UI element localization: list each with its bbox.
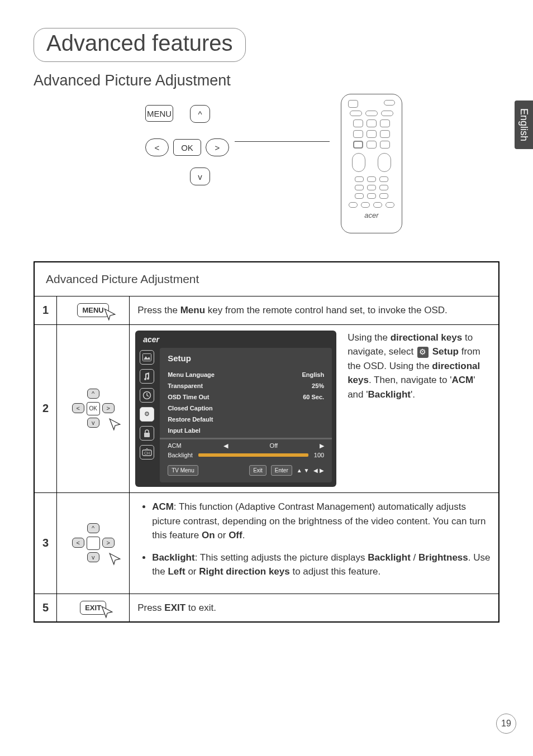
cursor-icon <box>108 417 122 434</box>
left-button[interactable]: < <box>145 138 169 156</box>
osd-title: Setup <box>168 352 324 365</box>
osd-brand: acer <box>140 334 332 348</box>
step-icon-cell: EXIT <box>57 594 130 622</box>
left-arrow-icon: < <box>72 403 84 413</box>
step-icon-cell: MENU <box>57 296 130 325</box>
ok-mini-icon <box>87 537 100 550</box>
right-button[interactable]: > <box>206 138 229 156</box>
steps-table: Advanced Picture Adjustment 1 MENU Press… <box>34 261 499 623</box>
dpad-mini-icon: ^ v < > <box>71 521 116 566</box>
page-title: Advanced features <box>46 31 233 55</box>
osd-item[interactable]: Input Label <box>168 425 324 436</box>
page-title-pill: Advanced features <box>34 28 246 62</box>
step-icon-cell: ^ v < > <box>57 493 130 594</box>
left-arrow-icon: < <box>72 538 84 548</box>
step-instruction: acer ⚙ CH Setup <box>130 324 499 493</box>
remote-diagram: MENU ^ < OK > v acer <box>117 99 499 250</box>
remote-brand: acer <box>348 211 395 219</box>
step-number: 2 <box>34 324 57 493</box>
audio-tab-icon[interactable] <box>140 369 154 384</box>
osd-nav-hints: TV Menu Exit Enter ▲ ▼ ◀ ▶ <box>168 465 324 476</box>
step-instruction: Press EXIT to exit. <box>130 594 499 622</box>
down-arrow-icon: v <box>87 418 99 428</box>
gear-icon: ⚙ <box>417 347 429 358</box>
right-arrow-icon: > <box>102 538 115 548</box>
step-number: 1 <box>34 296 57 325</box>
ok-button[interactable]: OK <box>173 139 201 156</box>
setup-tab-icon[interactable]: ⚙ <box>140 407 154 422</box>
osd-item[interactable]: Transparent25% <box>168 380 324 391</box>
right-caret-icon[interactable]: ▶ <box>320 441 324 451</box>
cursor-icon <box>103 307 117 323</box>
cursor-icon <box>100 605 115 621</box>
svg-rect-0 <box>143 353 151 361</box>
osd-item[interactable]: OSD Time Out60 Sec. <box>168 391 324 403</box>
step-icon-cell: ^ v < > OK <box>57 324 130 493</box>
table-row: 2 ^ v < > OK acer <box>34 324 499 493</box>
osd-item[interactable]: Restore Default <box>168 414 324 425</box>
step-instruction: ACM: This function (Adaptive Contrast Ma… <box>130 493 499 594</box>
remote-outline: acer <box>341 94 402 233</box>
table-header: Advanced Picture Adjustment <box>34 262 499 296</box>
backlight-slider[interactable] <box>198 453 308 457</box>
table-header-row: Advanced Picture Adjustment <box>34 262 499 296</box>
step-number: 5 <box>34 594 57 622</box>
picture-tab-icon[interactable] <box>140 350 154 365</box>
down-arrow-icon: v <box>87 552 99 562</box>
svg-rect-2 <box>144 433 150 437</box>
up-button[interactable]: ^ <box>190 105 210 123</box>
channel-tab-icon[interactable]: CH <box>140 445 154 460</box>
down-button[interactable]: v <box>190 168 210 185</box>
osd-item[interactable]: Closed Caption <box>168 403 324 414</box>
step-number: 3 <box>34 493 57 594</box>
up-arrow-icon: ^ <box>87 389 99 399</box>
left-caret-icon[interactable]: ◀ <box>223 441 228 451</box>
connector-line <box>235 141 330 142</box>
osd-setup-list: Setup Menu LanguageEnglish Transparent25… <box>160 348 332 483</box>
bullet-backlight: Backlight: This setting adjusts the pict… <box>152 551 491 579</box>
cursor-icon <box>108 552 122 569</box>
svg-text:CH: CH <box>144 451 150 455</box>
osd-backlight-row[interactable]: Backlight 100 <box>168 451 324 460</box>
table-row: 1 MENU Press the Menu key from the remot… <box>34 296 499 325</box>
page-subtitle: Advanced Picture Adjustment <box>34 72 499 89</box>
osd-tab-strip: ⚙ CH <box>140 348 154 483</box>
step-instruction: Press the Menu key from the remote contr… <box>130 296 499 325</box>
table-row: 5 EXIT Press EXIT to exit. <box>34 594 499 622</box>
right-arrow-icon: > <box>102 403 115 413</box>
bullet-acm: ACM: This function (Adaptive Contrast Ma… <box>152 500 491 543</box>
lock-tab-icon[interactable] <box>140 426 154 441</box>
menu-key-icon: MENU <box>77 303 108 317</box>
page-number: 19 <box>496 714 516 734</box>
osd-setup-panel: acer ⚙ CH Setup <box>135 331 336 487</box>
time-tab-icon[interactable] <box>140 388 154 403</box>
ok-mini-icon: OK <box>87 402 100 415</box>
step-text: Using the directional keys to navigate, … <box>348 331 493 402</box>
document-page: Advanced features Advanced Picture Adjus… <box>0 0 533 645</box>
osd-item[interactable]: Menu LanguageEnglish <box>168 369 324 380</box>
exit-key-icon: EXIT <box>80 601 106 615</box>
language-side-tab: English <box>515 101 533 149</box>
up-arrow-icon: ^ <box>87 523 99 533</box>
table-row: 3 ^ v < > ACM: This function (Adaptive C… <box>34 493 499 594</box>
osd-acm-row[interactable]: ACM ◀ Off ▶ <box>168 441 324 451</box>
dpad-mini-icon: ^ v < > OK <box>71 386 116 431</box>
menu-button[interactable]: MENU <box>145 105 173 122</box>
